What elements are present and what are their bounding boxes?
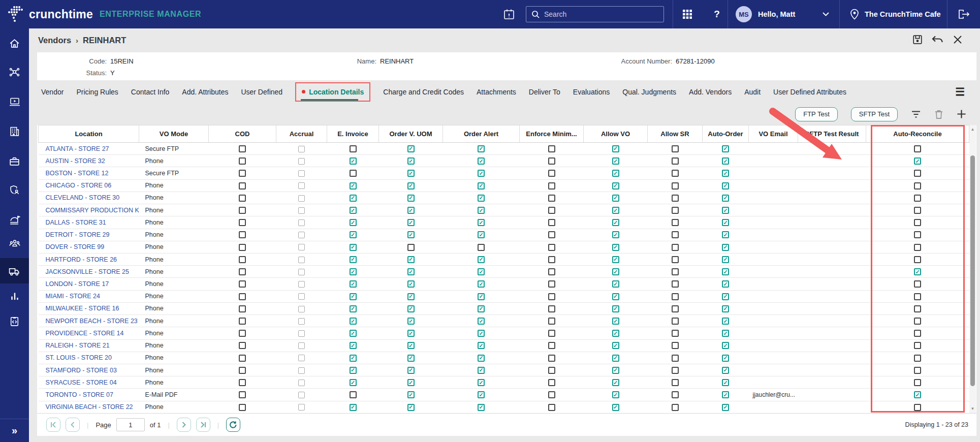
filter-icon[interactable] xyxy=(911,110,921,118)
checkbox-allow-sr[interactable] xyxy=(672,404,679,411)
checkbox-accrual[interactable] xyxy=(298,195,305,202)
checkbox-order-v-uom[interactable]: ✓ xyxy=(407,293,415,300)
checkbox-e-invoice[interactable]: ✓ xyxy=(350,231,357,238)
checkbox-allow-sr[interactable] xyxy=(672,280,679,288)
checkbox-accrual[interactable] xyxy=(298,318,305,325)
checkbox-auto-order[interactable]: ✓ xyxy=(722,391,729,398)
checkbox-auto-order[interactable]: ✓ xyxy=(722,195,729,202)
checkbox-order-v-uom[interactable]: ✓ xyxy=(407,318,415,325)
checkbox-enforce-minim[interactable] xyxy=(548,145,555,152)
checkbox-e-invoice[interactable]: ✓ xyxy=(350,219,357,226)
checkbox-allow-sr[interactable] xyxy=(672,367,679,374)
checkbox-auto-reconcile[interactable] xyxy=(914,318,921,325)
checkbox-enforce-minim[interactable] xyxy=(548,256,555,263)
checkbox-order-alert[interactable]: ✓ xyxy=(478,145,485,152)
checkbox-allow-sr[interactable] xyxy=(672,256,679,263)
tab-add-attributes[interactable]: Add. Attributes xyxy=(182,88,228,96)
checkbox-allow-vo[interactable]: ✓ xyxy=(612,379,619,386)
previous-page-button[interactable] xyxy=(66,418,80,432)
undo-icon[interactable] xyxy=(931,35,944,47)
checkbox-allow-sr[interactable] xyxy=(672,182,679,190)
checkbox-accrual[interactable] xyxy=(298,257,305,263)
checkbox-e-invoice[interactable]: ✓ xyxy=(350,157,357,165)
column-header-auto-order[interactable]: Auto-Order xyxy=(703,125,749,143)
checkbox-enforce-minim[interactable] xyxy=(548,342,555,349)
add-row-icon[interactable] xyxy=(957,109,966,119)
checkbox-order-v-uom[interactable]: ✓ xyxy=(407,280,415,288)
checkbox-order-v-uom[interactable] xyxy=(407,244,415,251)
current-location[interactable]: The CrunchTime Cafe xyxy=(865,0,941,28)
checkbox-auto-reconcile[interactable] xyxy=(914,244,921,251)
checkbox-e-invoice[interactable]: ✓ xyxy=(350,268,357,275)
location-link[interactable]: TORONTO - STORE 07 xyxy=(46,391,113,398)
location-link[interactable]: ST. LOUIS - STORE 20 xyxy=(46,354,112,361)
checkbox-allow-vo[interactable]: ✓ xyxy=(612,170,619,177)
checkbox-enforce-minim[interactable] xyxy=(548,182,555,190)
checkbox-auto-order[interactable]: ✓ xyxy=(722,207,729,214)
checkbox-allow-sr[interactable] xyxy=(672,195,679,202)
checkbox-allow-vo[interactable]: ✓ xyxy=(612,280,619,288)
checkbox-order-v-uom[interactable]: ✓ xyxy=(407,391,415,398)
checkbox-order-v-uom[interactable]: ✓ xyxy=(407,305,415,312)
checkbox-allow-vo[interactable]: ✓ xyxy=(612,355,619,362)
checkbox-allow-vo[interactable]: ✓ xyxy=(612,182,619,190)
checkbox-allow-sr[interactable] xyxy=(672,157,679,165)
checkbox-e-invoice[interactable]: ✓ xyxy=(350,305,357,312)
checkbox-enforce-minim[interactable] xyxy=(548,367,555,374)
checkbox-cod[interactable] xyxy=(239,305,246,312)
column-header-cod[interactable]: COD xyxy=(209,125,276,143)
checkbox-order-alert[interactable]: ✓ xyxy=(478,367,485,374)
checkbox-auto-reconcile[interactable] xyxy=(914,231,921,238)
refresh-icon[interactable] xyxy=(226,418,240,432)
checkbox-order-v-uom[interactable]: ✓ xyxy=(407,379,415,386)
checkbox-e-invoice[interactable] xyxy=(350,170,357,177)
first-page-button[interactable] xyxy=(46,418,60,432)
checkbox-auto-order[interactable]: ✓ xyxy=(722,219,729,226)
checkbox-order-v-uom[interactable]: ✓ xyxy=(407,342,415,349)
checkbox-allow-sr[interactable] xyxy=(672,231,679,238)
sidebar-item-network[interactable] xyxy=(0,59,29,85)
column-header-vo-mode[interactable]: VO Mode xyxy=(139,125,209,143)
checkbox-accrual[interactable] xyxy=(298,146,305,152)
sidebar-item-labor[interactable] xyxy=(0,230,29,256)
checkbox-accrual[interactable] xyxy=(298,158,305,165)
scroll-down-icon[interactable]: ▼ xyxy=(969,405,976,412)
checkbox-enforce-minim[interactable] xyxy=(548,318,555,325)
checkbox-e-invoice[interactable]: ✓ xyxy=(350,280,357,288)
chevron-down-icon[interactable] xyxy=(820,0,831,28)
column-header-order-alert[interactable]: Order Alert xyxy=(443,125,520,143)
checkbox-auto-order[interactable]: ✓ xyxy=(722,318,729,325)
checkbox-auto-order[interactable]: ✓ xyxy=(722,379,729,386)
checkbox-cod[interactable] xyxy=(239,330,246,337)
search-input[interactable] xyxy=(544,10,646,18)
location-link[interactable]: VIRGINIA BEACH - STORE 22 xyxy=(46,403,133,411)
tab-charge-and-credit-codes[interactable]: Charge and Credit Codes xyxy=(383,88,464,96)
checkbox-auto-reconcile[interactable] xyxy=(914,293,921,300)
checkbox-auto-reconcile[interactable] xyxy=(914,280,921,288)
checkbox-enforce-minim[interactable] xyxy=(548,391,555,398)
checkbox-allow-vo[interactable]: ✓ xyxy=(612,305,619,312)
checkbox-allow-sr[interactable] xyxy=(672,305,679,312)
checkbox-cod[interactable] xyxy=(239,391,246,398)
checkbox-auto-reconcile[interactable] xyxy=(914,367,921,374)
checkbox-allow-vo[interactable]: ✓ xyxy=(612,404,619,411)
checkbox-allow-sr[interactable] xyxy=(672,170,679,177)
location-link[interactable]: HARTFORD - STORE 26 xyxy=(46,256,117,263)
column-header-auto-reconcile[interactable]: Auto-Reconcile xyxy=(866,125,969,143)
checkbox-enforce-minim[interactable] xyxy=(548,305,555,312)
sidebar-expand[interactable]: » xyxy=(0,419,29,442)
checkbox-auto-order[interactable]: ✓ xyxy=(722,293,729,300)
checkbox-auto-order[interactable]: ✓ xyxy=(722,305,729,312)
checkbox-allow-vo[interactable]: ✓ xyxy=(612,318,619,325)
checkbox-auto-order[interactable]: ✓ xyxy=(722,330,729,337)
checkbox-accrual[interactable] xyxy=(298,219,305,226)
checkbox-allow-vo[interactable]: ✓ xyxy=(612,391,619,398)
checkbox-cod[interactable] xyxy=(239,145,246,152)
tab-qual-judgments[interactable]: Qual. Judgments xyxy=(622,88,676,96)
checkbox-order-v-uom[interactable]: ✓ xyxy=(407,170,415,177)
location-link[interactable]: LONDON - STORE 17 xyxy=(46,280,109,288)
checkbox-e-invoice[interactable]: ✓ xyxy=(350,318,357,325)
checkbox-auto-reconcile[interactable] xyxy=(914,379,921,386)
checkbox-cod[interactable] xyxy=(239,293,246,300)
checkbox-auto-reconcile[interactable] xyxy=(914,195,921,202)
